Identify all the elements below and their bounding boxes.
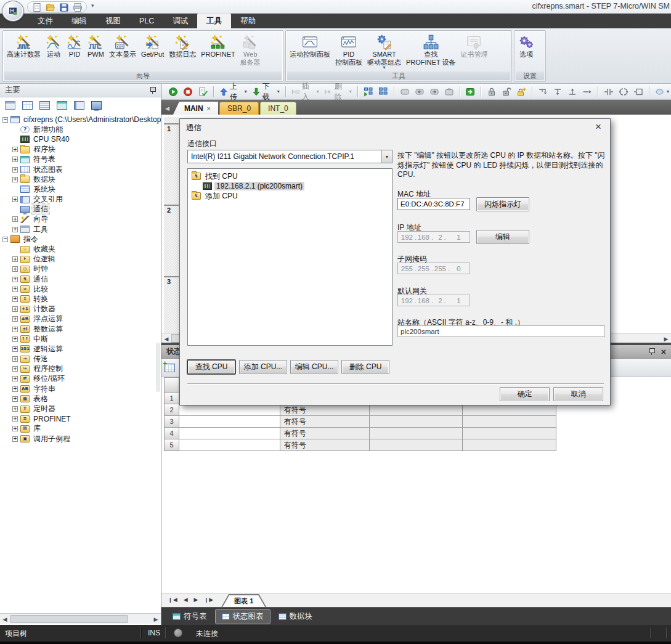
tree-item[interactable]: PROFINET: [0, 414, 161, 424]
format-cell[interactable]: 有符号: [280, 428, 370, 439]
tree-expand-toggle[interactable]: [12, 306, 18, 312]
tree-item[interactable]: 交叉引用: [0, 195, 161, 205]
next-chart-icon[interactable]: ▶: [191, 594, 201, 605]
tree-item[interactable]: 定时器: [0, 404, 161, 414]
tree-item[interactable]: 位逻辑: [0, 255, 161, 264]
tree-toolbar-icon[interactable]: [22, 101, 33, 110]
row-header[interactable]: 2: [164, 404, 179, 416]
found-cpu-node[interactable]: 找到 CPU: [188, 171, 392, 181]
tree-item[interactable]: 数据块: [0, 174, 161, 184]
ribbon-button[interactable]: PROFINET: [198, 32, 238, 59]
cpu-item[interactable]: 192.168.2.1 (plc200smart): [188, 181, 392, 191]
tree-expand-toggle[interactable]: [12, 147, 18, 152]
tree-expand-toggle[interactable]: [12, 336, 18, 342]
tree-item[interactable]: 符号表: [0, 155, 161, 165]
address-cell[interactable]: [179, 428, 280, 439]
tree-expand-toggle[interactable]: [12, 197, 18, 202]
last-chart-icon[interactable]: ▶: [201, 594, 216, 605]
tree-item[interactable]: 状态图表: [0, 165, 161, 174]
tree-expand-toggle[interactable]: [12, 356, 18, 362]
tree-expand-toggle[interactable]: [12, 216, 18, 222]
tree-item[interactable]: 转换: [0, 294, 161, 304]
tree-expand-toggle[interactable]: [2, 237, 8, 242]
ribbon-button[interactable]: PID: [64, 32, 85, 59]
tree-item[interactable]: 计数器: [0, 304, 161, 314]
add-cpu-node[interactable]: 添加 CPU: [188, 191, 392, 201]
tree-expand-toggle[interactable]: [2, 117, 8, 123]
menu-item[interactable]: 文件: [28, 14, 62, 28]
menu-item[interactable]: 调试: [163, 14, 197, 28]
chart-tab[interactable]: 图表 1: [221, 594, 266, 607]
address-cell[interactable]: [179, 404, 280, 416]
ribbon-button[interactable]: 数据日志: [166, 32, 198, 59]
tree-expand-toggle[interactable]: [12, 376, 18, 381]
ribbon-button[interactable]: 文本显示: [107, 32, 139, 59]
tree-expand-toggle[interactable]: [12, 256, 18, 262]
current-value-cell[interactable]: [370, 428, 463, 439]
find-cpu-button[interactable]: 查找 CPU: [187, 360, 235, 374]
tree-item[interactable]: 调用子例程: [0, 434, 161, 444]
prev-chart-icon[interactable]: ◀: [181, 594, 191, 605]
combobox-dropdown-icon[interactable]: ▼: [381, 150, 392, 163]
ribbon-button[interactable]: 高速计数器: [4, 32, 43, 59]
menu-item[interactable]: 帮助: [231, 14, 265, 28]
row-header[interactable]: 4: [164, 428, 179, 439]
tree-item[interactable]: 移位/循环: [0, 374, 161, 384]
delete-cpu-button[interactable]: 删除 CPU: [341, 360, 389, 374]
pin-icon[interactable]: [649, 348, 655, 355]
tree-expand-toggle[interactable]: [12, 167, 18, 173]
station-name-field[interactable]: plc200smart: [397, 325, 605, 337]
new-value-cell[interactable]: [463, 439, 556, 451]
tree-expand-toggle[interactable]: [12, 277, 18, 282]
current-value-cell[interactable]: [370, 416, 463, 428]
tree-item[interactable]: 浮点运算: [0, 314, 161, 324]
tree-item[interactable]: 通信: [0, 274, 161, 284]
tree-expand-toggle[interactable]: [12, 127, 18, 132]
tree-expand-toggle[interactable]: [12, 406, 18, 412]
current-value-cell[interactable]: [370, 404, 463, 416]
tree-expand-toggle[interactable]: [12, 206, 18, 212]
address-cell[interactable]: [179, 439, 280, 451]
tree-item[interactable]: 向导: [0, 214, 161, 224]
tree-item[interactable]: 逻辑运算: [0, 344, 161, 354]
scroll-right-icon[interactable]: ▶: [662, 334, 670, 343]
new-value-cell[interactable]: [463, 404, 556, 416]
edit-cpu-button[interactable]: 编辑 CPU...: [290, 360, 338, 374]
ribbon-button[interactable]: PID 控制面板: [333, 32, 365, 66]
address-cell[interactable]: [179, 416, 280, 428]
tree-horizontal-scrollbar[interactable]: ◀ ▶: [0, 613, 161, 624]
tree-item[interactable]: 新增功能: [0, 124, 161, 134]
tree-vertical-scrollbar-thumb[interactable]: [156, 343, 160, 392]
ribbon-button[interactable]: Get/Put: [139, 32, 166, 59]
tree-expand-toggle[interactable]: [12, 426, 18, 431]
tree-expand-toggle[interactable]: [12, 346, 18, 352]
scrollbar-thumb[interactable]: [10, 615, 128, 623]
pin-icon[interactable]: [150, 87, 156, 94]
tree-item[interactable]: 中断: [0, 334, 161, 344]
tree-expand-toggle[interactable]: [12, 396, 18, 402]
cancel-button[interactable]: 取消: [553, 387, 603, 401]
flash-lights-button[interactable]: 闪烁指示灯: [476, 197, 529, 211]
tab-close-icon[interactable]: ×: [207, 105, 211, 112]
quick-access-customize-icon[interactable]: ▾: [91, 2, 94, 9]
tree-item[interactable]: 工具: [0, 224, 161, 234]
quick-access-button[interactable]: [31, 2, 42, 12]
menu-item[interactable]: 视图: [96, 14, 130, 28]
ribbon-button[interactable]: 证书管理: [458, 32, 490, 59]
tree-toolbar-icon[interactable]: [39, 101, 50, 110]
tree-item[interactable]: 表格: [0, 394, 161, 404]
format-cell[interactable]: 有符号: [280, 416, 370, 428]
tree-item[interactable]: 指令: [0, 234, 161, 244]
ribbon-button[interactable]: 运动控制面板: [287, 32, 333, 59]
new-value-cell[interactable]: [463, 428, 556, 439]
dialog-close-icon[interactable]: ×: [593, 121, 604, 133]
menu-item[interactable]: 工具: [197, 14, 231, 28]
menu-item[interactable]: 编辑: [62, 14, 96, 28]
tree-expand-toggle[interactable]: [12, 287, 18, 292]
editor-tab[interactable]: INT_0: [260, 102, 296, 115]
new-value-cell[interactable]: [463, 416, 556, 428]
current-value-cell[interactable]: [370, 439, 463, 451]
add-cpu-button[interactable]: 添加 CPU...: [239, 360, 287, 374]
ribbon-button[interactable]: SMART 驱动器组态 ▾: [365, 32, 404, 70]
tree-expand-toggle[interactable]: [12, 327, 18, 332]
